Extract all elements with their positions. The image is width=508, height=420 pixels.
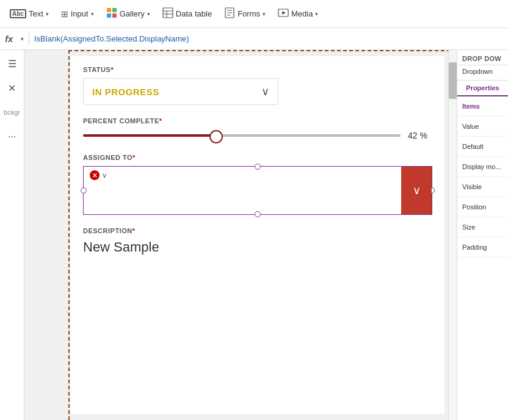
status-section: STATUS* IN PROGRESS ∨: [83, 66, 432, 105]
canvas-area: STATUS* IN PROGRESS ∨ PERCENT COMPLETE*: [24, 50, 457, 420]
formula-bar: fx ▾: [0, 28, 508, 50]
properties-list: Items Value Default Display mo... Visibl…: [457, 96, 508, 258]
toolbar-gallery[interactable]: Gallery ▾: [101, 5, 155, 23]
toolbar-media[interactable]: Media ▾: [273, 5, 323, 23]
status-value: IN PROGRESS: [92, 87, 159, 97]
formula-chevron-icon[interactable]: ▾: [21, 36, 24, 42]
assigned-dropdown-button[interactable]: ∨: [401, 167, 432, 214]
percent-label: PERCENT COMPLETE*: [83, 117, 432, 125]
media-chevron-icon: ▾: [315, 11, 318, 17]
scrollbar-thumb[interactable]: [449, 62, 457, 99]
svg-rect-3: [112, 13, 117, 18]
main-layout: ☰ ✕ bckgr ··· STATUS* IN PROGRESS ∨: [0, 50, 508, 420]
toolbar-input-label: Input: [71, 9, 89, 18]
assigned-required-star: *: [132, 154, 136, 161]
percent-required-star: *: [159, 117, 162, 125]
prop-visible[interactable]: Visible: [457, 177, 508, 197]
percent-section: PERCENT COMPLETE* 42 %: [83, 117, 432, 142]
slider-track-wrap[interactable]: [83, 129, 401, 142]
text-chevron-icon: ▾: [46, 11, 49, 17]
toolbar-text[interactable]: Abc Text ▾: [5, 7, 54, 21]
gallery-icon: [106, 7, 117, 20]
media-icon: [278, 7, 289, 20]
toolbar-text-label: Text: [29, 9, 43, 18]
gallery-chevron-icon: ▾: [147, 11, 150, 17]
toolbar-forms-label: Forms: [238, 9, 260, 18]
prop-position[interactable]: Position: [457, 197, 508, 217]
forms-chevron-icon: ▾: [263, 11, 266, 17]
prop-default[interactable]: Default: [457, 137, 508, 157]
toolbar-datatable-label: Data table: [176, 9, 212, 18]
background-icon[interactable]: bckgr: [4, 104, 21, 121]
status-label: STATUS*: [83, 66, 432, 73]
left-sidebar: ☰ ✕ bckgr ···: [0, 50, 24, 420]
assigned-section: ASSIGNED TO* ✕ ∨ ∨: [83, 154, 432, 215]
more-icon[interactable]: ···: [4, 128, 21, 145]
input-icon: ⊞: [61, 9, 68, 19]
fx-icon: fx: [5, 34, 16, 44]
close-icon[interactable]: ✕: [4, 79, 21, 96]
error-icon: ✕: [90, 170, 100, 180]
description-section: DESCRIPTION* New Sample: [83, 227, 432, 255]
slider-value: 42 %: [408, 131, 432, 140]
control-point-top[interactable]: [255, 164, 261, 170]
prop-size[interactable]: Size: [457, 217, 508, 237]
svg-marker-13: [282, 11, 286, 15]
assigned-label: ASSIGNED TO*: [83, 154, 432, 161]
prop-display-mode[interactable]: Display mo...: [457, 157, 508, 177]
toolbar-forms[interactable]: Forms ▾: [219, 5, 270, 23]
prop-value[interactable]: Value: [457, 117, 508, 137]
slider-thumb[interactable]: [209, 130, 223, 143]
right-panel-sub: Dropdown: [457, 65, 508, 81]
assigned-chevron-icon: ∨: [102, 172, 107, 179]
forms-icon: [224, 7, 235, 20]
input-chevron-icon: ▾: [91, 11, 94, 17]
hamburger-icon[interactable]: ☰: [4, 55, 21, 72]
toolbar: Abc Text ▾ ⊞ Input ▾ Gallery ▾ Data tabl…: [0, 0, 508, 28]
formula-separator: [29, 33, 29, 45]
right-panel: DROP DOW Dropdown Properties Items Value…: [457, 50, 508, 420]
prop-items[interactable]: Items: [457, 96, 508, 117]
properties-tabs: Properties: [457, 81, 508, 96]
status-required-star: *: [111, 66, 114, 73]
status-dropdown-chevron-icon: ∨: [261, 85, 269, 98]
formula-input[interactable]: [34, 34, 503, 43]
table-icon: [162, 7, 173, 20]
right-panel-header: DROP DOW: [457, 50, 508, 65]
toolbar-input[interactable]: ⊞ Input ▾: [56, 7, 99, 21]
slider-container: 42 %: [83, 129, 432, 142]
description-value[interactable]: New Sample: [83, 239, 432, 255]
control-point-left[interactable]: [81, 187, 87, 194]
text-icon: Abc: [10, 9, 26, 18]
prop-padding[interactable]: Padding: [457, 237, 508, 258]
description-required-star: *: [132, 227, 136, 234]
toolbar-gallery-label: Gallery: [120, 9, 145, 18]
description-label: DESCRIPTION*: [83, 227, 432, 234]
scrollbar-track: [448, 50, 457, 420]
assigned-dropdown-chevron-icon: ∨: [413, 184, 421, 197]
tab-properties[interactable]: Properties: [457, 81, 508, 96]
svg-rect-0: [107, 8, 111, 12]
svg-rect-1: [112, 8, 117, 12]
status-dropdown[interactable]: IN PROGRESS ∨: [83, 78, 278, 105]
control-point-bottom[interactable]: [255, 211, 261, 217]
form-content: STATUS* IN PROGRESS ∨ PERCENT COMPLETE*: [71, 56, 445, 414]
toolbar-datatable[interactable]: Data table: [158, 5, 217, 23]
svg-rect-2: [107, 13, 111, 18]
assigned-dropdown-container: ✕ ∨ ∨: [83, 166, 432, 215]
toolbar-media-label: Media: [291, 9, 313, 18]
slider-track-fill: [83, 134, 216, 137]
svg-rect-4: [163, 8, 173, 18]
slider-track-bg: [83, 134, 401, 137]
